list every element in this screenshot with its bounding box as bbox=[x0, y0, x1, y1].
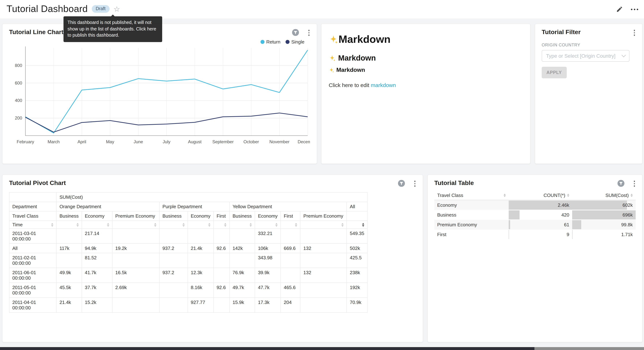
filter-kebab-menu-icon[interactable] bbox=[633, 29, 636, 36]
table-row: First91.71k bbox=[434, 230, 636, 240]
pivot-cell: 106k bbox=[255, 244, 281, 253]
edit-pencil-icon[interactable] bbox=[616, 6, 623, 13]
pivot-cell bbox=[160, 298, 188, 312]
pivot-cell: 41.7k bbox=[82, 268, 112, 283]
markdown-heading-1-text: Markdown bbox=[338, 33, 390, 45]
sort-icon[interactable] bbox=[154, 223, 156, 226]
table-cell-count: 420 bbox=[509, 210, 572, 220]
draft-badge[interactable]: Draft bbox=[92, 5, 110, 13]
svg-text:December: December bbox=[298, 139, 310, 144]
pivot-travel-class-header: Premium Economy bbox=[300, 211, 347, 221]
table-cell-sum: 1.71k bbox=[572, 230, 636, 240]
pivot-table-wrap: SUM(Cost)DepartmentOrange DepartmentPurp… bbox=[9, 192, 368, 313]
origin-country-select[interactable]: Type or Select [Origin Country] bbox=[542, 50, 630, 62]
sort-icon[interactable] bbox=[630, 194, 633, 197]
pivot-row: 2011-05-01 00:00:0045.5k37.7k2.69k8.16k9… bbox=[9, 283, 367, 298]
pivot-cell: 39.9k bbox=[255, 268, 281, 283]
title-wrap: Tutorial Dashboard Draft ☆ bbox=[6, 3, 120, 14]
pivot-cell: 192k bbox=[347, 283, 367, 298]
pivot-cell bbox=[56, 253, 82, 268]
legend-item-single[interactable]: Single bbox=[286, 39, 304, 44]
pivot-cell: 465.6 bbox=[281, 283, 300, 298]
svg-text:October: October bbox=[244, 139, 259, 144]
pivot-cell: 204 bbox=[281, 298, 300, 312]
sort-icon[interactable] bbox=[342, 223, 344, 226]
pivot-kebab-menu-icon[interactable] bbox=[414, 180, 416, 187]
sort-icon[interactable] bbox=[362, 223, 364, 226]
pivot-cell: 92.6 bbox=[214, 283, 230, 298]
filter-indicator-icon[interactable] bbox=[617, 180, 625, 188]
pivot-cell: 17.3k bbox=[255, 298, 281, 312]
pivot-travel-class-header: Business bbox=[230, 211, 255, 221]
page-title: Tutorial Dashboard bbox=[6, 3, 88, 14]
markdown-heading-1: Markdown bbox=[329, 33, 390, 45]
pivot-cell: 47.7k bbox=[255, 283, 281, 298]
svg-text:September: September bbox=[212, 139, 234, 144]
sort-icon[interactable] bbox=[51, 223, 53, 226]
pivot-cell bbox=[230, 253, 255, 268]
pivot-cell: 549.35 bbox=[347, 229, 367, 244]
pivot-row: 2011-02-01 00:00:0081.52343.98425.5 bbox=[9, 253, 367, 268]
table-cell-sum: 602k bbox=[572, 200, 636, 210]
tutorial-table-wrap: Travel ClassCOUNT(*)SUM(Cost) Economy2.4… bbox=[434, 191, 636, 240]
pivot-row-label: 2011-05-01 00:00:00 bbox=[9, 283, 56, 298]
table-column-header[interactable]: COUNT(*) bbox=[509, 191, 572, 200]
tutorial-table: Travel ClassCOUNT(*)SUM(Cost) Economy2.4… bbox=[434, 191, 636, 240]
sparkle-icon bbox=[329, 35, 338, 44]
pivot-sort-cell bbox=[112, 221, 160, 229]
markdown-edit-link[interactable]: markdown bbox=[371, 82, 396, 88]
pivot-cell: 81.52 bbox=[82, 253, 112, 268]
table-row: Economy2.46k602k bbox=[434, 200, 636, 210]
origin-country-label: ORIGIN COUNTRY bbox=[542, 43, 580, 47]
pivot-cell: 217.14 bbox=[82, 229, 112, 244]
sort-icon[interactable] bbox=[107, 223, 109, 226]
pivot-cell: 19.2k bbox=[112, 244, 160, 253]
table-column-header[interactable]: Travel Class bbox=[434, 191, 509, 200]
pivot-cell bbox=[112, 229, 160, 244]
markdown-paragraph-text: Click here to edit bbox=[329, 82, 371, 88]
legend-dot bbox=[286, 40, 290, 44]
sort-icon[interactable] bbox=[76, 223, 79, 226]
chart-kebab-menu-icon[interactable] bbox=[308, 29, 310, 36]
sort-icon[interactable] bbox=[182, 223, 185, 226]
pivot-cell bbox=[300, 253, 347, 268]
sort-icon[interactable] bbox=[224, 223, 226, 226]
pivot-travel-class-label: Travel Class bbox=[9, 211, 56, 221]
sort-icon[interactable] bbox=[276, 223, 278, 226]
filter-indicator-icon[interactable] bbox=[292, 29, 299, 38]
sort-icon[interactable] bbox=[504, 194, 506, 197]
more-options-icon[interactable] bbox=[631, 8, 638, 10]
svg-text:April: April bbox=[78, 139, 86, 144]
pivot-sort-cell bbox=[281, 221, 300, 229]
sort-icon[interactable] bbox=[250, 223, 252, 226]
pivot-row: All117k94.9k19.2k937.221.4k92.6142k106k6… bbox=[9, 244, 367, 253]
svg-text:February: February bbox=[17, 139, 34, 144]
table-column-header[interactable]: SUM(Cost) bbox=[572, 191, 636, 200]
sort-icon[interactable] bbox=[208, 223, 210, 226]
publish-tooltip: This dashboard is not published, it will… bbox=[64, 16, 162, 42]
pivot-cell: 937.2 bbox=[160, 244, 188, 253]
pivot-table: SUM(Cost)DepartmentOrange DepartmentPurp… bbox=[9, 192, 368, 313]
pivot-department-header: Yellow Department bbox=[230, 202, 347, 211]
pivot-cell: 76.9k bbox=[230, 268, 255, 283]
pivot-cell: 142k bbox=[230, 244, 255, 253]
pivot-cell: 132 bbox=[300, 244, 347, 253]
legend-item-return[interactable]: Return bbox=[260, 39, 280, 44]
pivot-cell: 332.21 bbox=[255, 229, 281, 244]
filter-indicator-icon[interactable] bbox=[398, 180, 405, 188]
table-kebab-menu-icon[interactable] bbox=[633, 180, 636, 187]
pivot-cell: 45.5k bbox=[56, 283, 82, 298]
pivot-cell: 37.7k bbox=[82, 283, 112, 298]
pivot-cell: 70.9k bbox=[347, 298, 367, 312]
pivot-cell: 15.9k bbox=[230, 298, 255, 312]
table-cell-travel-class: Business bbox=[434, 210, 509, 220]
top-bar: Tutorial Dashboard Draft ☆ bbox=[0, 0, 644, 18]
pivot-sort-cell bbox=[160, 221, 188, 229]
sort-icon[interactable] bbox=[567, 194, 569, 197]
favorite-star-icon[interactable]: ☆ bbox=[114, 5, 120, 12]
sort-icon[interactable] bbox=[295, 223, 297, 226]
pivot-travel-class-header: First bbox=[281, 211, 300, 221]
pivot-sort-cell bbox=[82, 221, 112, 229]
line-chart: 200400600800FebruaryMarchAprilMayJuneJul… bbox=[9, 44, 310, 153]
apply-button[interactable]: APPLY bbox=[542, 67, 566, 78]
